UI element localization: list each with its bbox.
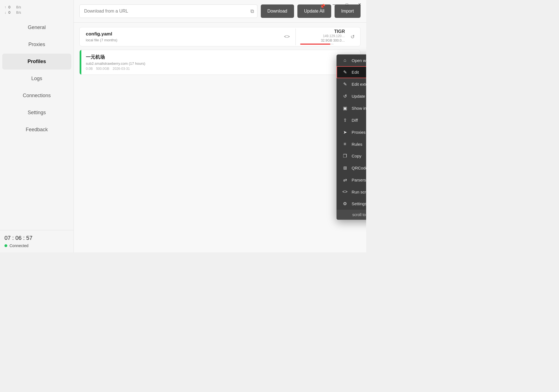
profile-info-config: config.yaml local file (7 months)	[81, 27, 278, 46]
menu-icon-update: ↺	[342, 94, 348, 99]
meta-date-yiyuan: 2026-03-31	[113, 67, 130, 71]
menu-icon-settings: ⚙	[342, 201, 348, 206]
menu-label-rules: Rules	[352, 142, 362, 147]
sidebar-item-logs[interactable]: Logs	[2, 71, 71, 87]
sidebar-item-feedback[interactable]: Feedback	[2, 122, 71, 138]
pin-button[interactable]: 📌	[318, 2, 327, 11]
menu-icon-rules: ≡	[342, 142, 348, 147]
profile-sub-config: local file (7 months)	[86, 38, 274, 42]
menu-icon-diff: ⇪	[342, 118, 348, 123]
menu-icon-copy: ❐	[342, 153, 348, 159]
menu-item-qrcode[interactable]: ⊞QRCode	[337, 162, 366, 174]
url-input[interactable]	[79, 4, 257, 18]
clipboard-icon[interactable]: ⧉	[250, 8, 254, 14]
menu-item-edit-externally[interactable]: ✎Edit externally	[337, 78, 366, 90]
url-input-wrapper: ⧉	[79, 4, 257, 18]
menu-item-show-in-folder[interactable]: ▣Show in folder	[337, 102, 366, 114]
download-unit: B/s	[16, 11, 21, 15]
sidebar-item-proxies[interactable]: Proxies	[2, 37, 71, 52]
menu-label-proxies: Proxies	[352, 130, 366, 135]
meta-size-yiyuan: 0.0B	[86, 67, 93, 71]
menu-item-open-web-page[interactable]: ⌂Open web page	[337, 54, 366, 66]
menu-item-copy[interactable]: ❐Copy	[337, 150, 366, 162]
menu-item-update[interactable]: ↺Update	[337, 90, 366, 102]
connection-status: Connected	[4, 243, 69, 248]
profile-sub-yiyuan: sub2.smallstrawberry.com (17 hours)	[86, 61, 340, 66]
menu-label-show-in-folder: Show in folder	[352, 106, 366, 111]
menu-icon-run-script: <>	[342, 189, 348, 194]
upload-value: 0	[8, 5, 14, 9]
menu-item-rules[interactable]: ≡Rules	[337, 138, 366, 150]
menu-icon-proxies: ➤	[342, 130, 348, 135]
menu-label-settings: Settings	[352, 201, 366, 206]
code-icon-config[interactable]: <>	[283, 33, 291, 41]
download-button[interactable]: Download	[261, 4, 294, 18]
menu-item-proxies[interactable]: ➤Proxies	[337, 126, 366, 138]
refresh-icon-config[interactable]: ↺	[349, 33, 356, 41]
progress-bar-config	[300, 44, 334, 45]
app-container: ↑ 0 B/s ↓ 0 B/s GeneralProxiesProfilesLo…	[0, 0, 366, 252]
profile-name-config: config.yaml	[86, 31, 274, 37]
sidebar-item-general[interactable]: General	[2, 20, 71, 35]
context-menu: ⌂Open web page✎Edit✎Edit externally↺Upda…	[337, 54, 366, 220]
server-ip-config: 149.129.120…	[300, 34, 345, 38]
profile-meta-yiyuan: 0.0B 500.0GB 2026-03-31	[86, 67, 340, 71]
menu-item-settings[interactable]: ⚙Settings	[337, 198, 366, 210]
main-content: ⧉ Download Update All Import config.yaml…	[74, 0, 366, 252]
sidebar-item-connections[interactable]: Connections	[2, 88, 71, 104]
server-data-config: 32.9GB 300.0…	[300, 39, 345, 42]
upload-stat: ↑ 0 B/s	[4, 5, 69, 9]
menu-item-diff[interactable]: ⇪Diff	[337, 114, 366, 126]
download-value: 0	[8, 10, 14, 15]
menu-label-run-script: Run script	[352, 190, 366, 194]
sidebar-item-settings[interactable]: Settings	[2, 105, 71, 121]
menu-icon-edit-externally: ✎	[342, 82, 348, 87]
menu-label-edit-externally: Edit externally	[352, 82, 366, 87]
connected-label: Connected	[10, 243, 29, 248]
profile-list: config.yaml local file (7 months) <> TIG…	[74, 23, 366, 79]
profile-right-config: <> TIGR 149.129.120… 32.9GB 300.0… ↺	[278, 27, 360, 46]
menu-item-parsers[interactable]: ⇄Parsers	[337, 174, 366, 186]
menu-label-qrcode: QRCode	[352, 166, 366, 170]
connected-indicator	[4, 244, 7, 247]
menu-item-edit[interactable]: ✎Edit	[337, 66, 366, 78]
server-info-config: TIGR 149.129.120… 32.9GB 300.0…	[300, 29, 345, 45]
menu-icon-open-web-page: ⌂	[342, 58, 348, 63]
sidebar: ↑ 0 B/s ↓ 0 B/s GeneralProxiesProfilesLo…	[0, 0, 74, 252]
progress-fill-config	[300, 44, 330, 45]
sidebar-item-profiles[interactable]: Profiles	[2, 54, 71, 70]
profile-card-yiyuan: 一元机场 sub2.smallstrawberry.com (17 hours)…	[79, 50, 361, 75]
menu-label-diff: Diff	[352, 118, 358, 123]
menu-icon-edit: ✎	[342, 70, 348, 75]
menu-label-copy: Copy	[352, 154, 361, 158]
sidebar-nav: GeneralProxiesProfilesLogsConnectionsSet…	[0, 19, 74, 230]
meta-total-yiyuan: 500.0GB	[96, 67, 109, 71]
upload-arrow-icon: ↑	[4, 5, 6, 9]
upload-unit: B/s	[16, 5, 21, 9]
menu-label-update: Update	[352, 94, 365, 99]
menu-footer-scroll[interactable]: scroll to view more ▾	[337, 210, 366, 220]
clock-display: 07 : 06 : 57	[4, 235, 69, 241]
profile-info-yiyuan: 一元机场 sub2.smallstrawberry.com (17 hours)…	[81, 50, 345, 75]
maximize-button[interactable]: □	[340, 0, 353, 9]
download-arrow-icon: ↓	[4, 11, 6, 15]
profile-name-yiyuan: 一元机场	[86, 54, 340, 60]
menu-icon-show-in-folder: ▣	[342, 106, 348, 111]
menu-icon-parsers: ⇄	[342, 177, 348, 183]
minimize-button[interactable]: ─	[328, 0, 340, 9]
divider-config	[295, 28, 296, 45]
menu-label-parsers: Parsers	[352, 178, 366, 182]
download-stat: ↓ 0 B/s	[4, 10, 69, 15]
close-button[interactable]: ✕	[353, 0, 366, 9]
menu-label-open-web-page: Open web page	[352, 58, 366, 63]
sidebar-bottom: 07 : 06 : 57 Connected	[0, 230, 74, 252]
profile-card-config: config.yaml local file (7 months) <> TIG…	[79, 27, 361, 46]
menu-item-run-script[interactable]: <>Run script	[337, 186, 366, 198]
menu-label-edit: Edit	[352, 70, 359, 75]
server-name-config: TIGR	[300, 29, 345, 34]
menu-icon-qrcode: ⊞	[342, 165, 348, 171]
titlebar: 📌 ─ □ ✕	[328, 0, 366, 9]
stats-panel: ↑ 0 B/s ↓ 0 B/s	[0, 3, 74, 17]
